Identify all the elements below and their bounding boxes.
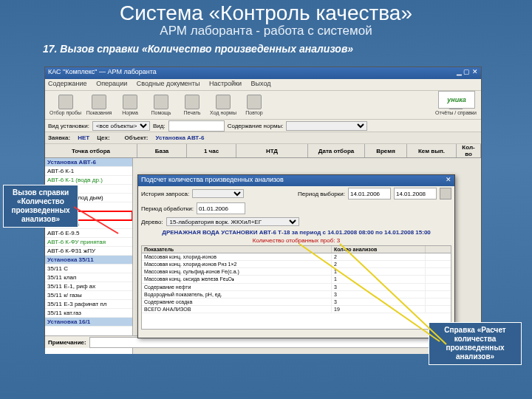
toolbar: Отбор пробы Показания Норма Помощь Печат… xyxy=(45,91,481,120)
f2-label: Вид: xyxy=(153,123,166,129)
tree-item[interactable]: АВТ-6 К-1 (вода др.) xyxy=(45,176,132,185)
tree-item[interactable]: АВТ-6 К-ФУ принятая xyxy=(45,238,132,247)
menu-0[interactable]: Содержание xyxy=(48,80,87,87)
tb-norm[interactable]: Норма xyxy=(117,95,143,115)
tree-item[interactable]: Установка 35/11 xyxy=(45,256,132,265)
table-row: Массовая конц. оксида железа Fe₂O₃1 xyxy=(142,276,451,284)
tb-sample[interactable]: Отбор пробы xyxy=(50,95,81,115)
tree-item[interactable]: 35/11 кат.газ xyxy=(45,309,132,318)
tree-item[interactable]: АВТ-6 К-1 xyxy=(45,167,132,176)
tree-item[interactable]: Установка 16/1 xyxy=(45,318,132,327)
table-row: Массовая конц. хлорид-ионов Рнз 1×22 xyxy=(142,261,451,268)
slide-step: 17. Вызов справки «Количество произведен… xyxy=(43,43,532,55)
tree-item[interactable]: АВТ-6 К-Ф31 жПУ xyxy=(45,247,132,256)
f3-label: Содержание нормы: xyxy=(228,123,284,129)
popup-subheader: Количество отобранных проб: 3 xyxy=(138,237,454,244)
app-title: КАС "Комплекс" — АРМ лаборанта xyxy=(48,68,157,78)
f1-label: Вид установки: xyxy=(48,123,89,129)
infobar: Заявка:НЕТ Цех: Объект:Установка АВТ-6 xyxy=(45,132,481,144)
filterbar: Вид установки: <все объекты> Вид: Содерж… xyxy=(45,120,481,132)
tb-repeat[interactable]: Повтор xyxy=(241,95,267,115)
pop-history[interactable] xyxy=(192,189,244,198)
tree-item[interactable]: 35/11 Е-1, риф ах xyxy=(45,282,132,291)
window-controls[interactable]: ▁ ▢ ✕ xyxy=(457,68,478,78)
table-row: Содержание нефти3 xyxy=(142,284,451,291)
refresh-icon[interactable] xyxy=(440,188,451,200)
menu-2[interactable]: Сводные документы xyxy=(137,80,200,87)
grid-header: Точка отбора База 1 час НТД Дата отбора … xyxy=(45,144,481,158)
menubar[interactable]: Содержание Операции Сводные документы На… xyxy=(45,79,481,91)
pop-tree[interactable]: 15-лаборатория ворк. ЖКХиЛ+ЕГ xyxy=(166,217,299,226)
f2-input[interactable] xyxy=(168,120,225,132)
tree-item[interactable]: Установка АВТ-6 xyxy=(45,158,132,167)
popup-header: ДРЕНАЖНАЯ ВОДА УСТАНОВКИ АВТ-6 Т-18 за п… xyxy=(138,228,454,237)
table-row: Содержание осадка3 xyxy=(142,299,451,306)
titlebar: КАС "Комплекс" — АРМ лаборанта ▁ ▢ ✕ xyxy=(45,67,481,79)
slide-subtitle: АРМ лаборанта - работа с системой xyxy=(0,24,532,38)
popup-close-icon[interactable]: ✕ xyxy=(446,176,451,185)
pop-date-to[interactable] xyxy=(394,188,437,200)
table-row: ВСЕГО АНАЛИЗОВ19 xyxy=(142,306,451,313)
table-row: Массовая конц. сульфид-ионов Fe(с.а.)1 xyxy=(142,268,451,276)
tb-help[interactable]: Помощь xyxy=(148,95,174,115)
tree-item[interactable]: 35/11 к/ газы xyxy=(45,291,132,300)
popup-table: Показатель Кол-во анализов Массовая конц… xyxy=(141,245,451,330)
table-row: Водородный показатель, pH, ед.3 xyxy=(142,291,451,299)
callout-right: Справка «Расчет количества произведенных… xyxy=(429,322,522,365)
pop-period[interactable] xyxy=(197,202,245,214)
tb-readings[interactable]: Показания xyxy=(86,95,112,115)
count-popup: Подсчет количества произведенных анализо… xyxy=(137,174,455,338)
tree-item[interactable]: 35/11 С xyxy=(45,265,132,273)
tb-normflow[interactable]: Ход нормы xyxy=(210,95,236,115)
popup-titlebar: Подсчет количества произведенных анализо… xyxy=(138,175,454,186)
callout-left: Вызов справки «Количество произведенных … xyxy=(3,185,78,228)
menu-1[interactable]: Операции xyxy=(96,80,127,87)
tree-item[interactable]: 35/11 клап xyxy=(45,273,132,282)
menu-4[interactable]: Выход xyxy=(251,80,271,87)
f3-select[interactable] xyxy=(286,121,367,131)
tree-item[interactable]: АВТ-6 Е-9.5 xyxy=(45,229,132,238)
menu-3[interactable]: Настройки xyxy=(209,80,242,87)
f1-select[interactable]: <все объекты> xyxy=(92,121,150,131)
pop-date-from[interactable] xyxy=(348,188,391,200)
tb-print[interactable]: Печать xyxy=(179,95,205,115)
tree-item[interactable]: 35/11 Е-3 рафинат пл xyxy=(45,300,132,309)
logo: уника xyxy=(438,91,475,109)
slide-title: Система «Контроль качества» xyxy=(0,0,532,25)
table-row: Массовая конц. хлорид-ионов2 xyxy=(142,253,451,261)
